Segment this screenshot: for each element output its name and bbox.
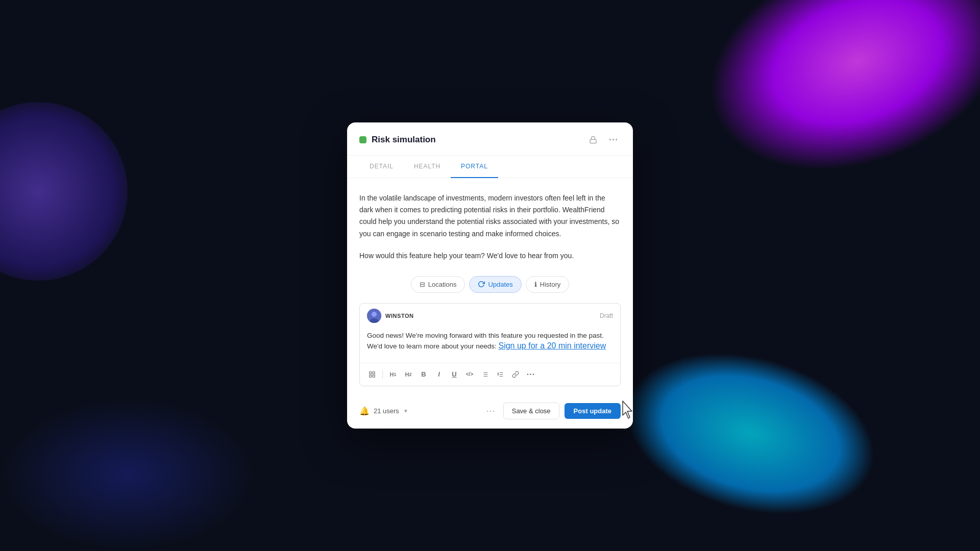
modal-card: Risk simulation ··· DETAIL HEALTH PORTAL…: [347, 122, 633, 428]
bell-icon: 🔔: [359, 406, 370, 416]
tab-health[interactable]: HEALTH: [404, 156, 451, 178]
tab-detail[interactable]: DETAIL: [359, 156, 404, 178]
more-options-button[interactable]: ···: [606, 133, 621, 147]
update-composer: WINSTON Draft Good news! We're moving fo…: [359, 303, 621, 386]
toolbar-more[interactable]: ···: [524, 367, 538, 382]
svg-point-2: [372, 312, 377, 317]
toolbar-link[interactable]: [508, 367, 523, 382]
toolbar-ordered-list[interactable]: [493, 367, 507, 382]
svg-rect-0: [590, 140, 596, 143]
composer-body[interactable]: Good news! We're moving forward with thi…: [360, 327, 620, 363]
modal-content: In the volatile landscape of investments…: [347, 178, 633, 396]
sub-tab-history-label: History: [540, 281, 560, 288]
avatar-image: [367, 309, 381, 323]
lock-button[interactable]: [586, 133, 600, 147]
sub-tabs: ⊟ Locations Updates ℹ History: [359, 276, 621, 293]
toolbar-bold[interactable]: B: [416, 367, 431, 382]
toolbar-underline[interactable]: U: [447, 367, 461, 382]
main-tabs: DETAIL HEALTH PORTAL: [347, 156, 633, 178]
users-chevron-icon: ▼: [403, 408, 408, 414]
post-update-button[interactable]: Post update: [565, 403, 621, 419]
ellipsis-icon: ···: [609, 135, 618, 145]
footer-more-button[interactable]: ···: [484, 404, 498, 418]
svg-text:|||: |||: [623, 420, 627, 420]
composer-header: WINSTON Draft: [360, 304, 620, 327]
composer-user-info: WINSTON: [367, 309, 414, 323]
composer-username: WINSTON: [385, 313, 414, 319]
footer-left: 🔔 21 users ▼: [359, 406, 479, 416]
description-text: In the volatile landscape of investments…: [359, 192, 621, 239]
avatar: [367, 309, 381, 323]
modal-title: Risk simulation: [372, 135, 581, 145]
sub-tab-updates-label: Updates: [488, 281, 512, 288]
updates-icon: [478, 281, 485, 288]
bg-blob-purple: [0, 102, 128, 281]
toolbar-italic[interactable]: I: [432, 367, 446, 382]
tab-portal[interactable]: PORTAL: [451, 156, 498, 178]
users-count: 21 users: [374, 407, 399, 415]
locations-icon: ⊟: [420, 281, 425, 288]
toolbar-sep-1: [382, 370, 383, 379]
composer-link[interactable]: Sign up for a 20 min interview: [498, 341, 606, 350]
lock-icon: [589, 136, 597, 144]
modal-footer: 🔔 21 users ▼ ··· Save & close Post updat…: [347, 396, 633, 429]
header-actions: ···: [586, 133, 621, 147]
sub-tab-locations[interactable]: ⊟ Locations: [411, 276, 465, 293]
bg-blob-cyan: [607, 327, 894, 540]
save-close-button[interactable]: Save & close: [503, 403, 559, 419]
svg-rect-5: [373, 371, 375, 373]
history-icon: ℹ: [534, 281, 537, 288]
sub-tab-updates[interactable]: Updates: [469, 276, 521, 293]
svg-rect-6: [370, 375, 372, 377]
toolbar-bullet-list[interactable]: [478, 367, 492, 382]
modal-header: Risk simulation ···: [347, 122, 633, 156]
toolbar-template[interactable]: [365, 367, 379, 382]
mouse-cursor: |||: [620, 400, 633, 424]
composer-toolbar: H1 H2 B I U </>: [360, 363, 620, 386]
sub-tab-locations-label: Locations: [428, 281, 457, 288]
bg-blob-dark: [0, 398, 255, 551]
status-indicator: [359, 136, 366, 143]
draft-badge: Draft: [600, 312, 613, 319]
toolbar-h1[interactable]: H1: [386, 367, 400, 382]
bg-blob-pink: [679, 0, 980, 210]
svg-rect-4: [370, 371, 372, 373]
toolbar-code[interactable]: </>: [462, 367, 477, 382]
question-text: How would this feature help your team? W…: [359, 250, 621, 262]
svg-rect-7: [373, 375, 375, 377]
sub-tab-history[interactable]: ℹ History: [526, 276, 569, 293]
toolbar-h2[interactable]: H2: [401, 367, 415, 382]
